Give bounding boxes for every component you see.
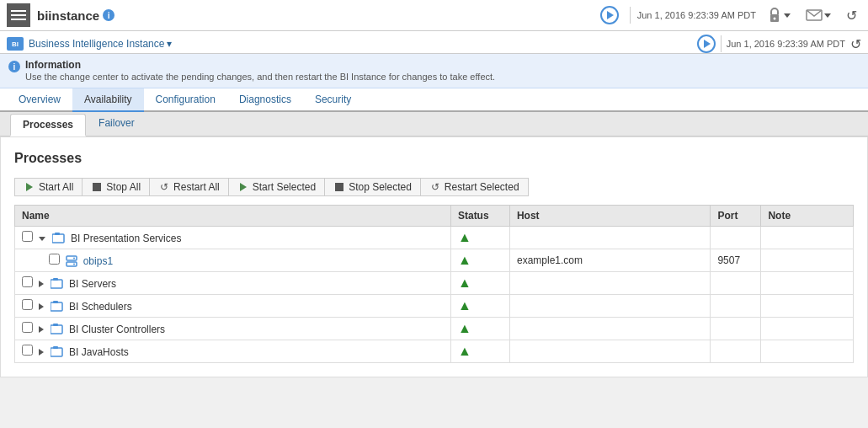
svg-rect-15 xyxy=(51,348,62,356)
expand-icon[interactable] xyxy=(39,303,44,310)
cell-status: ▲ xyxy=(450,340,509,363)
instance-name-text: Business Intelligence Instance xyxy=(29,38,164,50)
svg-rect-16 xyxy=(53,346,58,349)
start-selected-button[interactable]: Start Selected xyxy=(228,178,324,196)
svg-point-7 xyxy=(73,258,75,259)
cell-name: BI Cluster Controllers xyxy=(15,318,451,340)
svg-rect-5 xyxy=(67,256,77,260)
stop-selected-button[interactable]: Stop Selected xyxy=(324,178,420,196)
row-checkbox[interactable] xyxy=(22,322,33,333)
cell-name-text: BI Presentation Services xyxy=(71,233,181,244)
content: Processes Failover Processes Start All S… xyxy=(0,112,868,377)
header: biinstance i Jun 1, 2016 9:23:39 AM PDT xyxy=(0,0,868,31)
cell-name-link[interactable]: obips1 xyxy=(83,255,113,267)
expand-icon[interactable] xyxy=(39,349,44,356)
info-banner-title: Information xyxy=(25,59,495,71)
cell-name-text: BI JavaHosts xyxy=(69,346,129,358)
cell-host xyxy=(509,227,710,249)
table-row: BI Schedulers ▲ xyxy=(15,295,854,318)
restart-selected-label: Restart Selected xyxy=(445,181,519,193)
restart-selected-icon: ↺ xyxy=(429,181,441,193)
tab-availability[interactable]: Availability xyxy=(72,88,143,112)
sub-header-right: Jun 1, 2016 9:23:39 AM PDT ↺ xyxy=(697,35,861,53)
sub-refresh-icon[interactable]: ↺ xyxy=(850,36,861,52)
bi-icon: BI xyxy=(7,37,24,51)
info-banner-content: Information Use the change center to act… xyxy=(25,59,495,83)
processes-panel: Processes Start All Stop All ↺ Restart A… xyxy=(0,136,868,377)
tab-security[interactable]: Security xyxy=(303,88,363,112)
play-all-btn[interactable] xyxy=(697,35,716,53)
cell-name-text: BI Schedulers xyxy=(69,301,132,313)
status-up-icon: ▲ xyxy=(458,298,471,313)
cell-host xyxy=(509,340,710,363)
row-checkbox[interactable] xyxy=(49,254,60,265)
table-header-row: Name Status Host Port Note xyxy=(15,206,854,227)
envelope-btn[interactable] xyxy=(801,7,835,24)
table-row: BI JavaHosts ▲ xyxy=(15,340,854,363)
col-header-status: Status xyxy=(450,206,509,227)
app-title-text: biinstance xyxy=(37,8,99,23)
cell-status: ▲ xyxy=(450,272,509,295)
cell-host xyxy=(509,295,710,318)
tab-configuration[interactable]: Configuration xyxy=(144,88,227,112)
row-checkbox[interactable] xyxy=(22,299,33,310)
svg-rect-12 xyxy=(53,301,58,303)
expand-icon[interactable] xyxy=(39,281,44,287)
info-banner-message: Use the change center to activate the pe… xyxy=(25,72,495,82)
cell-port xyxy=(711,272,761,295)
node-icon xyxy=(52,233,66,244)
node-icon xyxy=(51,301,64,313)
restart-all-button[interactable]: ↺ Restart All xyxy=(149,178,228,196)
stop-all-icon xyxy=(91,181,103,193)
header-right: Jun 1, 2016 9:23:39 AM PDT ↺ xyxy=(596,3,861,27)
start-selected-label: Start Selected xyxy=(253,181,316,193)
svg-rect-11 xyxy=(51,302,62,311)
app-title: biinstance i xyxy=(37,8,114,23)
envelope-dropdown-icon xyxy=(824,13,831,18)
restart-all-label: Restart All xyxy=(173,181,220,193)
row-checkbox[interactable] xyxy=(22,345,33,356)
restart-selected-button[interactable]: ↺ Restart Selected xyxy=(420,178,529,196)
svg-rect-10 xyxy=(53,278,58,281)
row-checkbox[interactable] xyxy=(22,276,33,287)
server-icon xyxy=(66,255,77,267)
tab-overview[interactable]: Overview xyxy=(7,88,72,112)
lock-btn[interactable] xyxy=(763,4,795,26)
table-row: obips1 ▲ example1.com 9507 xyxy=(15,249,854,272)
instance-dropdown-icon: ▾ xyxy=(167,38,172,50)
processes-title: Processes xyxy=(14,151,854,166)
info-icon[interactable]: i xyxy=(103,9,114,21)
menu-icon[interactable] xyxy=(7,3,30,27)
instance-name[interactable]: Business Intelligence Instance ▾ xyxy=(29,38,172,50)
refresh-btn[interactable]: ↺ xyxy=(842,5,861,26)
cell-status: ▲ xyxy=(450,227,509,249)
play-icon[interactable] xyxy=(600,6,619,24)
timestamp: Jun 1, 2016 9:23:39 AM PDT xyxy=(637,10,756,20)
play-control-btn[interactable] xyxy=(596,3,623,27)
expand-icon[interactable] xyxy=(39,326,44,333)
cell-status: ▲ xyxy=(450,295,509,318)
expand-icon[interactable] xyxy=(39,237,45,241)
svg-point-8 xyxy=(73,264,75,265)
sub-header: BI Business Intelligence Instance ▾ Jun … xyxy=(0,31,868,54)
main-tabs: Overview Availability Configuration Diag… xyxy=(0,88,868,112)
header-divider xyxy=(630,7,631,24)
cell-host xyxy=(509,272,710,295)
start-selected-icon xyxy=(237,181,249,193)
stop-all-button[interactable]: Stop All xyxy=(82,178,149,196)
tab-failover[interactable]: Failover xyxy=(86,112,147,136)
cell-host xyxy=(509,318,710,340)
svg-rect-9 xyxy=(51,280,62,288)
stop-selected-icon xyxy=(333,181,345,193)
start-all-button[interactable]: Start All xyxy=(14,178,82,196)
tab-diagnostics[interactable]: Diagnostics xyxy=(227,88,303,112)
cell-port xyxy=(711,227,761,249)
col-header-name: Name xyxy=(15,206,451,227)
tab-processes[interactable]: Processes xyxy=(10,114,86,136)
table-row: BI Servers ▲ xyxy=(15,272,854,295)
info-banner-icon: i xyxy=(8,61,20,72)
svg-rect-4 xyxy=(55,233,60,235)
processes-toolbar: Start All Stop All ↺ Restart All Start S… xyxy=(14,178,854,196)
cell-note xyxy=(761,272,854,295)
row-checkbox[interactable] xyxy=(22,231,33,242)
